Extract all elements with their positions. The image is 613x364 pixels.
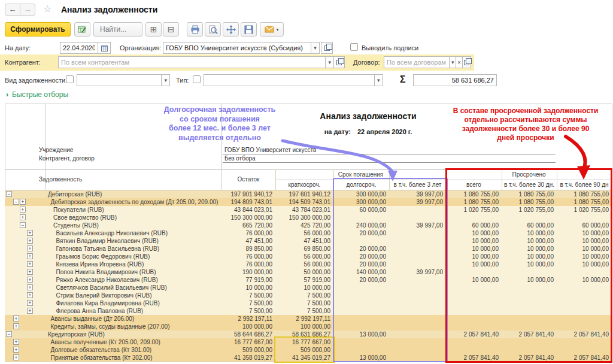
cell-value[interactable]: 7 500,00 bbox=[221, 292, 275, 299]
print-button[interactable] bbox=[187, 22, 203, 37]
cell-value[interactable]: 7 500,00 bbox=[221, 299, 275, 307]
expand-node-button[interactable]: + bbox=[13, 323, 19, 329]
cell-value[interactable]: 47 451,00 bbox=[221, 237, 275, 245]
type-checkbox[interactable] bbox=[193, 75, 201, 83]
row-label[interactable]: Студенты (RUB) bbox=[45, 222, 221, 229]
back-button[interactable]: ← bbox=[5, 4, 20, 16]
row-label[interactable]: Филатова Кира Владимировна (RUB) bbox=[45, 299, 221, 307]
fit-page-button[interactable] bbox=[223, 22, 239, 37]
cell-value[interactable]: 100 000,00 bbox=[221, 323, 275, 330]
cell-value[interactable]: 56 000,00 bbox=[275, 229, 333, 237]
send-mail-button[interactable]: ▾ bbox=[260, 22, 284, 37]
expand-node-button[interactable]: + bbox=[13, 347, 19, 353]
report-settings-button[interactable] bbox=[74, 22, 90, 37]
cell-value[interactable]: 77 919,00 bbox=[221, 276, 275, 284]
generate-button[interactable]: Сформировать bbox=[5, 22, 71, 37]
organization-open-button[interactable] bbox=[321, 42, 333, 54]
cell-value[interactable]: 56 000,00 bbox=[275, 253, 333, 260]
favorite-star-icon[interactable]: ☆ bbox=[43, 3, 51, 14]
cell-value[interactable]: 69 850,00 bbox=[275, 245, 333, 253]
expand-node-button[interactable]: + bbox=[20, 207, 26, 213]
cell-value[interactable]: 7 500,00 bbox=[275, 292, 333, 299]
contractor-dropdown-button[interactable]: ▾ bbox=[325, 56, 334, 68]
row-label[interactable]: Стриж Валерий Викторович (RUB) bbox=[45, 292, 221, 299]
row-label[interactable]: Попов Никита Владимирович (RUB) bbox=[45, 268, 221, 276]
row-label[interactable]: Авансы выданные (Дт 206.00) bbox=[45, 315, 221, 323]
row-label[interactable]: Вяткин Владимир Николаевич (RUB) bbox=[45, 237, 221, 245]
expand-node-button[interactable]: + bbox=[27, 238, 33, 244]
collapse-groups-button[interactable]: ⊟ bbox=[163, 22, 179, 37]
cell-value[interactable]: 665 720,00 bbox=[221, 222, 275, 229]
cell-value[interactable]: 194 509 743,01 bbox=[275, 198, 333, 206]
expand-node-button[interactable]: + bbox=[27, 230, 33, 236]
expand-groups-button[interactable]: ⊞ bbox=[145, 22, 162, 37]
collapse-node-button[interactable]: − bbox=[6, 331, 12, 337]
calendar-button[interactable] bbox=[98, 42, 111, 54]
expand-node-button[interactable]: + bbox=[20, 214, 26, 220]
collapse-node-button[interactable]: − bbox=[20, 222, 26, 228]
cell-value[interactable]: 509 000,00 bbox=[221, 346, 275, 354]
expand-node-button[interactable]: + bbox=[27, 292, 33, 298]
cell-value[interactable]: 43 844 023,01 bbox=[221, 206, 275, 214]
find-button[interactable]: Найти... bbox=[93, 22, 142, 37]
quick-filters-toggle[interactable]: ›Быстрые отборы bbox=[6, 90, 68, 99]
row-label[interactable]: Гапонова Татьяна Васильевна (RUB) bbox=[45, 245, 221, 253]
expand-node-button[interactable]: + bbox=[27, 245, 33, 251]
expand-node-button[interactable]: + bbox=[27, 253, 33, 259]
debt-kind-checkbox[interactable] bbox=[66, 75, 74, 83]
row-label[interactable]: Граымов Борис Федорович (RUB) bbox=[45, 253, 221, 260]
cell-value[interactable]: 10 000,00 bbox=[275, 284, 333, 292]
cell-value[interactable]: 194 809 743,01 bbox=[221, 198, 275, 206]
row-label[interactable]: Флерова Анна Павловна (RUB) bbox=[45, 307, 221, 315]
cell-value[interactable]: 2 992 197,11 bbox=[275, 315, 333, 323]
organization-dropdown-button[interactable]: ▾ bbox=[311, 42, 320, 54]
contract-open-button[interactable] bbox=[462, 56, 471, 68]
row-label[interactable]: Принятые обязательства (Кт 302.00) bbox=[45, 354, 221, 362]
cell-value[interactable]: 197 901 940,12 bbox=[221, 190, 275, 198]
type-dropdown-button[interactable]: ▾ bbox=[374, 74, 383, 86]
preview-button[interactable] bbox=[205, 22, 221, 37]
cell-value[interactable]: 7 500,00 bbox=[275, 299, 333, 307]
contractor-input[interactable] bbox=[58, 56, 326, 68]
collapse-node-button[interactable]: − bbox=[13, 199, 19, 205]
expand-node-button[interactable]: + bbox=[13, 354, 19, 360]
contract-input[interactable] bbox=[384, 56, 450, 68]
row-label[interactable]: Кредиты, займы, ссуды выданные (207.00) bbox=[45, 323, 221, 330]
cell-value[interactable]: 190 000,00 bbox=[221, 268, 275, 276]
row-label[interactable]: Князева Ирина Игоревна (RUB) bbox=[45, 260, 221, 268]
cell-value[interactable]: 56 000,00 bbox=[275, 260, 333, 268]
cell-value[interactable]: 150 300 000,00 bbox=[275, 214, 333, 222]
forward-button[interactable]: → bbox=[20, 4, 35, 16]
cell-value[interactable]: 100 000,00 bbox=[275, 323, 333, 330]
row-label[interactable]: Долговые обязательства (Кт 301.00) bbox=[45, 346, 221, 354]
row-label[interactable]: Покупатели (RUB) bbox=[45, 206, 221, 214]
cell-value[interactable]: 16 777 667,00 bbox=[221, 338, 275, 346]
row-label[interactable]: Ряжко Александр Николаевич (RUB) bbox=[45, 276, 221, 284]
organization-input[interactable] bbox=[163, 42, 311, 54]
expand-node-button[interactable]: + bbox=[13, 339, 19, 345]
cell-value[interactable]: 425 720,00 bbox=[275, 222, 333, 229]
cell-value[interactable]: 47 451,00 bbox=[275, 237, 333, 245]
expand-node-button[interactable]: + bbox=[13, 316, 19, 321]
row-label[interactable]: Васильев Александр Николаевич (RUB) bbox=[45, 229, 221, 237]
expand-node-button[interactable]: + bbox=[27, 284, 33, 290]
debt-kind-dropdown-button[interactable]: ▾ bbox=[161, 74, 170, 86]
cell-value[interactable]: 57 919,00 bbox=[275, 276, 333, 284]
expand-node-button[interactable]: + bbox=[27, 261, 33, 267]
cell-value[interactable]: 2 992 197,11 bbox=[221, 315, 275, 323]
cell-value[interactable]: 150 300 000,00 bbox=[221, 214, 275, 222]
save-button[interactable] bbox=[241, 22, 257, 37]
cell-value[interactable]: 89 850,00 bbox=[221, 245, 275, 253]
expand-node-button[interactable]: + bbox=[27, 277, 33, 283]
cell-value[interactable]: 41 358 019,27 bbox=[221, 354, 275, 362]
cell-value[interactable]: 76 000,00 bbox=[221, 260, 275, 268]
date-input[interactable] bbox=[60, 42, 98, 54]
expand-node-button[interactable]: + bbox=[27, 269, 33, 275]
total-input[interactable] bbox=[413, 74, 497, 86]
row-label[interactable]: Кредиторская (RUB) bbox=[45, 330, 221, 338]
row-label[interactable]: Авансы полученные (Кт 205.00, 209.00) bbox=[45, 338, 221, 346]
cell-value[interactable]: 76 000,00 bbox=[221, 253, 275, 260]
cell-value[interactable]: 58 644 686,27 bbox=[221, 330, 275, 338]
collapse-node-button[interactable]: − bbox=[6, 191, 12, 197]
expand-node-button[interactable]: + bbox=[27, 300, 33, 306]
